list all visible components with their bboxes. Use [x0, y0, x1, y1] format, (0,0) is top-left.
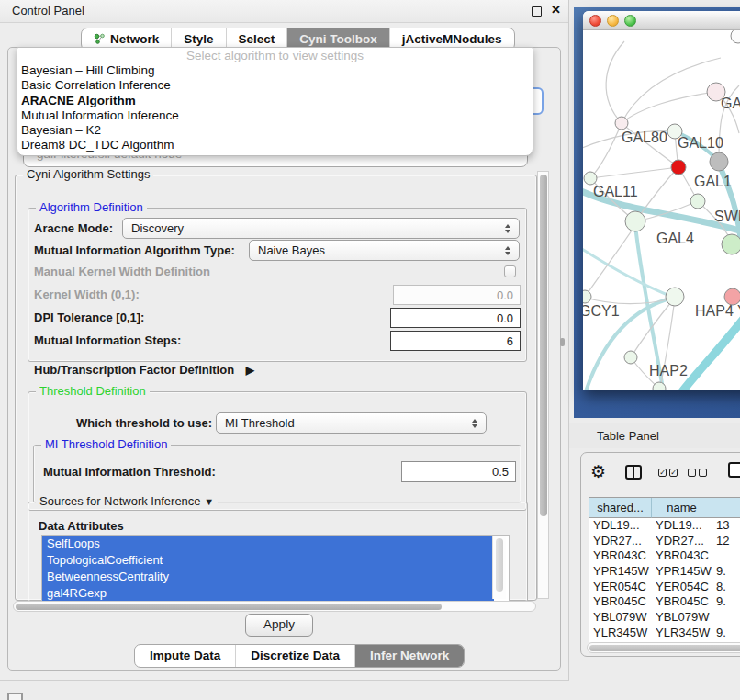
kernel-width-field[interactable]: 0.0	[393, 285, 521, 305]
settings-vertical-scrollbar[interactable]	[537, 171, 549, 599]
mi-steps-field[interactable]: 6	[390, 331, 521, 351]
deselect-all-icon[interactable]	[688, 469, 707, 477]
which-threshold-label: Which threshold to use:	[76, 413, 212, 434]
table-cell: YPR145W	[652, 564, 712, 580]
table-cell: YBL079W	[589, 610, 652, 626]
network-node-gal1[interactable]	[671, 160, 686, 175]
table-row[interactable]: YBR045CYBR045C9.	[589, 594, 740, 610]
gear-icon[interactable]: ⚙	[590, 462, 606, 482]
aracne-mode-label: Aracne Mode:	[34, 219, 113, 239]
minimized-panel-icon[interactable]	[7, 693, 23, 700]
node-label: HAP2	[649, 363, 688, 378]
node-label: GAL7	[721, 96, 740, 111]
mi-type-label: Mutual Information Algorithm Type:	[34, 241, 235, 261]
settings-group-title: Cyni Algorithm Settings	[23, 167, 153, 181]
data-attribute-item[interactable]: SelfLoops	[42, 536, 494, 552]
table-horizontal-scrollbar[interactable]	[587, 642, 740, 653]
table-cell: 9.	[712, 594, 740, 610]
tab-label: jActiveMNodules	[402, 32, 502, 46]
algorithm-option-dream8-dc-tdc-algorithm[interactable]: Dream8 DC_TDC Algorithm	[17, 138, 533, 152]
network-node-gal4[interactable]	[625, 211, 645, 231]
control-panel-window: Control Panel ✕ NetworkStyleSelectCyni T…	[0, 0, 569, 681]
sources-title-text: Sources for Network Inference	[39, 494, 201, 508]
algorithm-option-bayesian-k2[interactable]: Bayesian – K2	[17, 123, 533, 138]
table-row[interactable]: YBL079WYBL079W	[589, 610, 740, 626]
table-row[interactable]: YPR145WYPR145W9.	[589, 564, 740, 580]
hub-definition-toggle[interactable]: Hub/Transcription Factor Definition ▶	[34, 360, 254, 380]
mi-steps-value: 6	[507, 334, 513, 348]
select-all-icon[interactable]: ✓ ✓	[658, 469, 678, 477]
bottom-tab-impute-data[interactable]: Impute Data	[135, 645, 235, 667]
float-icon[interactable]	[532, 6, 542, 17]
table-row[interactable]: YLR345WYLR345W9.	[589, 626, 740, 641]
mi-type-select[interactable]: Naive Bayes	[249, 240, 520, 261]
algorithm-dropdown-popup: Select algorithm to view settings Bayesi…	[17, 47, 533, 156]
column-browser-icon[interactable]	[625, 465, 642, 480]
network-node-gcy1[interactable]	[583, 290, 591, 303]
scrollbar-thumb[interactable]	[16, 604, 442, 610]
which-threshold-select[interactable]: MI Threshold	[216, 412, 487, 434]
node-label: GAL10	[678, 135, 723, 151]
algorithm-option-mutual-information-inference[interactable]: Mutual Information Inference	[17, 108, 533, 123]
table-row[interactable]: YDL19...YDL19...13	[589, 518, 740, 534]
column-header[interactable]: name	[652, 498, 712, 518]
panel-splitter-handle[interactable]	[560, 338, 565, 346]
mac-zoom-button[interactable]	[624, 15, 636, 27]
attr-list-scrollbar[interactable]	[492, 536, 506, 599]
network-node[interactable]	[731, 30, 740, 43]
close-icon[interactable]: ✕	[551, 3, 561, 17]
table-row[interactable]: YER054CYER054C8.	[589, 580, 740, 595]
table-cell: 9.	[712, 564, 740, 580]
apply-button[interactable]: Apply	[245, 614, 313, 637]
node-table: shared...name YDL19...YDL19...13YDR27...…	[589, 497, 740, 644]
panel-title: Control Panel	[12, 4, 84, 17]
mac-minimize-button[interactable]	[607, 15, 619, 27]
expand-down-icon[interactable]: ▼	[204, 496, 214, 507]
dpi-tolerance-field[interactable]: 0.0	[390, 308, 521, 328]
column-header[interactable]: shared...	[589, 498, 652, 518]
expand-right-icon[interactable]: ▶	[246, 364, 254, 377]
network-node-hap2[interactable]	[624, 351, 637, 364]
tab-label: Style	[184, 32, 213, 46]
table-cell	[712, 610, 740, 626]
column-header[interactable]	[712, 498, 740, 518]
network-node[interactable]	[710, 152, 728, 171]
table-cell: 8.	[712, 580, 740, 595]
manual-kernel-checkbox[interactable]	[504, 265, 516, 277]
network-node-gal80[interactable]	[615, 117, 628, 130]
network-node[interactable]	[722, 234, 740, 254]
network-node-hap4[interactable]	[666, 288, 684, 306]
algorithm-option-basic-correlation-inference[interactable]: Basic Correlation Inference	[17, 78, 533, 93]
function-builder-icon[interactable]	[728, 462, 740, 478]
stepper-icon	[472, 419, 477, 428]
aracne-mode-select[interactable]: Discovery	[122, 218, 520, 239]
table-row[interactable]: YDR27...YDR27...12	[589, 534, 740, 549]
data-attribute-item[interactable]: BetweennessCentrality	[42, 569, 494, 585]
scrollbar-thumb[interactable]	[540, 175, 547, 516]
algorithm-option-bayesian-hill-climbing[interactable]: Bayesian – Hill Climbing	[17, 63, 533, 78]
algorithm-option-aracne-algorithm[interactable]: ARACNE Algorithm	[17, 94, 533, 108]
table-panel-title: Table Panel	[597, 429, 659, 443]
network-node[interactable]	[653, 382, 666, 390]
network-view-window: GAL7GAL80GAL10GAL1GAL11SWI4GAL4GCY1HAP4Y…	[574, 7, 740, 418]
data-attribute-item[interactable]: gal4RGexp	[42, 585, 494, 602]
table-cell: YDL19...	[589, 518, 652, 534]
bottom-tab-infer-network[interactable]: Infer Network	[354, 645, 464, 667]
network-node-gal11[interactable]	[584, 172, 597, 185]
mac-close-button[interactable]	[589, 15, 601, 27]
scrollbar-thumb[interactable]	[589, 645, 740, 651]
scrollbar-thumb[interactable]	[496, 538, 503, 592]
table-cell: YBR043C	[589, 548, 652, 564]
kernel-width-label: Kernel Width (0,1):	[34, 285, 140, 305]
mi-threshold-field[interactable]: 0.5	[401, 461, 516, 482]
network-canvas[interactable]: GAL7GAL80GAL10GAL1GAL11SWI4GAL4GCY1HAP4Y…	[583, 30, 740, 390]
data-attributes-list[interactable]: SelfLoopsTopologicalCoefficientBetweenne…	[41, 535, 510, 602]
settings-horizontal-scrollbar[interactable]	[13, 601, 536, 612]
hub-definition-label: Hub/Transcription Factor Definition	[34, 363, 234, 377]
mi-threshold-group-title: MI Threshold Definition	[41, 437, 171, 451]
data-attribute-item[interactable]: TopologicalCoefficient	[42, 552, 494, 569]
bottom-tab-discretize-data[interactable]: Discretize Data	[235, 645, 354, 667]
checked-box-icon: ✓	[669, 469, 678, 477]
table-row[interactable]: YBR043CYBR043C	[589, 548, 740, 564]
network-node-swi4[interactable]	[690, 194, 705, 209]
